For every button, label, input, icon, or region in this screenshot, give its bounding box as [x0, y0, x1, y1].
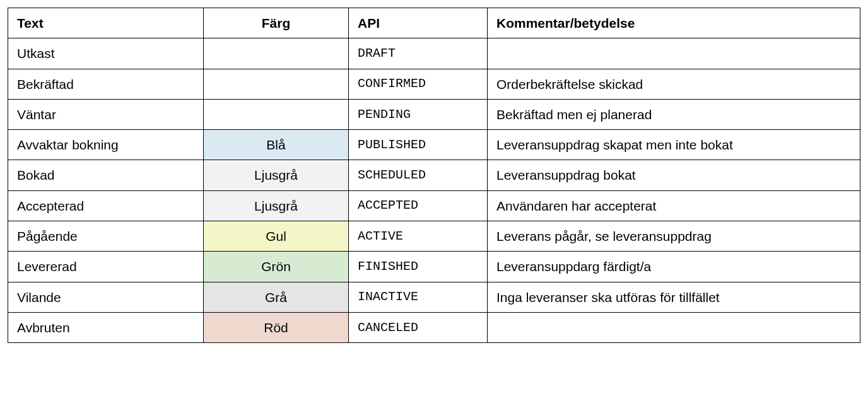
- cell-farg: Röd: [204, 312, 349, 342]
- table-header-row: Text Färg API Kommentar/betydelse: [8, 8, 860, 38]
- cell-farg: Ljusgrå: [204, 190, 349, 221]
- cell-api: FINISHED: [349, 252, 488, 282]
- cell-kommentar: [488, 38, 860, 69]
- cell-text: Väntar: [8, 99, 204, 129]
- cell-text: Levererad: [8, 252, 204, 282]
- table-row: Väntar PENDING Bekräftad men ej planerad: [8, 99, 860, 129]
- cell-text: Utkast: [8, 38, 204, 69]
- table-header: Text Färg API Kommentar/betydelse: [8, 8, 860, 38]
- header-kommentar: Kommentar/betydelse: [488, 8, 860, 38]
- cell-kommentar: Orderbekräftelse skickad: [488, 69, 860, 99]
- cell-kommentar: Leveransuppdrag skapat men inte bokat: [488, 130, 860, 160]
- table-row: Bokad Ljusgrå SCHEDULED Leveransuppdrag …: [8, 160, 860, 190]
- cell-api: CONFIRMED: [349, 69, 488, 99]
- cell-farg: Grön: [204, 252, 349, 282]
- cell-farg: [204, 99, 349, 129]
- cell-farg: Ljusgrå: [204, 160, 349, 190]
- table-row: Levererad Grön FINISHED Leveransuppdarg …: [8, 252, 860, 282]
- cell-text: Vilande: [8, 282, 204, 312]
- cell-api: INACTIVE: [349, 282, 488, 312]
- cell-farg: Grå: [204, 282, 349, 312]
- cell-farg: [204, 69, 349, 99]
- cell-api: PENDING: [349, 99, 488, 129]
- cell-api: SCHEDULED: [349, 160, 488, 190]
- table-body: Utkast DRAFT Bekräftad CONFIRMED Orderbe…: [8, 38, 860, 343]
- table-row: Bekräftad CONFIRMED Orderbekräftelse ski…: [8, 69, 860, 99]
- cell-text: Avbruten: [8, 312, 204, 342]
- table-row: Avvaktar bokning Blå PUBLISHED Leveransu…: [8, 130, 860, 160]
- cell-api: PUBLISHED: [349, 130, 488, 160]
- cell-farg: [204, 38, 349, 69]
- table-row: Pågående Gul ACTIVE Leverans pågår, se l…: [8, 221, 860, 252]
- table-row: Vilande Grå INACTIVE Inga leveranser ska…: [8, 282, 860, 312]
- cell-api: ACTIVE: [349, 221, 488, 252]
- cell-farg: Gul: [204, 221, 349, 252]
- cell-farg: Blå: [204, 130, 349, 160]
- cell-kommentar: Leverans pågår, se leveransuppdrag: [488, 221, 860, 252]
- header-farg: Färg: [204, 8, 349, 38]
- header-text: Text: [8, 8, 204, 38]
- cell-text: Bokad: [8, 160, 204, 190]
- cell-kommentar: Användaren har accepterat: [488, 190, 860, 221]
- table-row: Utkast DRAFT: [8, 38, 860, 69]
- cell-api: DRAFT: [349, 38, 488, 69]
- cell-text: Avvaktar bokning: [8, 130, 204, 160]
- cell-kommentar: Bekräftad men ej planerad: [488, 99, 860, 129]
- cell-api: ACCEPTED: [349, 190, 488, 221]
- cell-text: Bekräftad: [8, 69, 204, 99]
- cell-text: Pågående: [8, 221, 204, 252]
- cell-kommentar: Leveransuppdrag bokat: [488, 160, 860, 190]
- cell-api: CANCELED: [349, 312, 488, 342]
- cell-kommentar: [488, 312, 860, 342]
- cell-kommentar: Inga leveranser ska utföras för tillfäll…: [488, 282, 860, 312]
- cell-text: Accepterad: [8, 190, 204, 221]
- status-table: Text Färg API Kommentar/betydelse Utkast…: [8, 8, 860, 343]
- cell-kommentar: Leveransuppdarg färdigt/a: [488, 252, 860, 282]
- header-api: API: [349, 8, 488, 38]
- table-row: Accepterad Ljusgrå ACCEPTED Användaren h…: [8, 190, 860, 221]
- table-row: Avbruten Röd CANCELED: [8, 312, 860, 342]
